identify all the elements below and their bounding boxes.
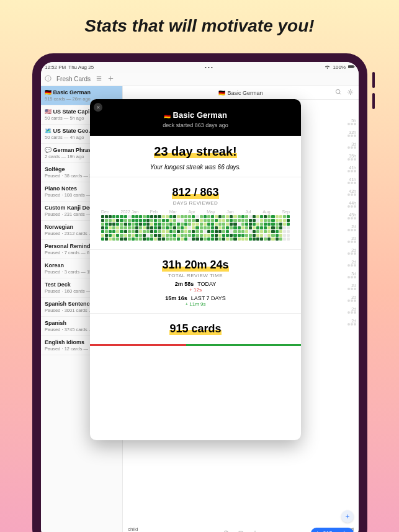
heatmap-cell	[276, 223, 279, 226]
heatmap-cell	[169, 226, 173, 229]
heatmap-cell	[207, 219, 210, 222]
heatmap-cell	[207, 237, 210, 241]
heatmap-cell	[105, 226, 108, 229]
heatmap-cell	[162, 215, 165, 218]
heatmap-cell	[241, 237, 244, 241]
heatmap-cell	[241, 230, 244, 233]
heatmap-cell	[276, 230, 279, 233]
close-icon[interactable]: ✕	[94, 103, 102, 112]
heatmap-cell	[230, 234, 233, 237]
month-label: Jul	[245, 210, 251, 214]
heatmap-cell	[279, 230, 282, 233]
heatmap-cell	[146, 215, 150, 218]
heatmap-cell	[109, 226, 112, 229]
heatmap-cell	[276, 219, 279, 222]
time-stat: 2d	[347, 224, 356, 231]
heatmap-cell	[238, 226, 241, 229]
heatmap-cell	[101, 237, 104, 241]
time-stat: 3d	[347, 272, 356, 278]
eye-icon[interactable]	[238, 530, 244, 532]
heatmap-cell	[279, 237, 282, 241]
heatmap-cell	[204, 219, 207, 222]
battery-pct: 100%	[333, 64, 346, 70]
heatmap-cell	[245, 230, 248, 233]
heatmap-cell	[211, 223, 214, 226]
heatmap-cell	[177, 237, 180, 241]
heatmap-cell	[276, 234, 279, 237]
stats-modal: ✕ 🇩🇪 Basic German deck started 863 days …	[90, 99, 301, 440]
heatmap-cell	[143, 226, 146, 229]
heatmap-cell	[124, 215, 127, 218]
heatmap-cell	[135, 219, 138, 222]
today-lbl: TODAY	[197, 281, 216, 287]
stats-icon[interactable]	[252, 530, 259, 532]
heatmap-cell	[238, 230, 241, 233]
study-button[interactable]: ▶ 915 cards	[311, 528, 354, 532]
heatmap-cell	[124, 230, 127, 233]
heatmap-cell	[276, 226, 279, 229]
heatmap-cell	[245, 234, 248, 237]
heatmap-cell	[218, 219, 222, 222]
heatmap-cell	[207, 223, 210, 226]
heatmap-cell	[173, 230, 176, 233]
heatmap-cell	[177, 215, 180, 218]
heatmap-cell	[166, 219, 169, 222]
heatmap-cell	[162, 219, 165, 222]
heatmap-cell	[184, 234, 187, 237]
heatmap-cell	[132, 223, 135, 226]
heatmap-cell	[192, 226, 195, 229]
heatmap-cell	[204, 215, 207, 218]
svg-rect-1	[354, 66, 355, 68]
heatmap-cell	[128, 223, 131, 226]
heatmap-cell	[166, 230, 169, 233]
heatmap-cell	[226, 234, 229, 237]
heatmap-cell	[188, 219, 191, 222]
heatmap-cell	[150, 230, 153, 233]
month-label: Sep	[282, 210, 289, 214]
heatmap-cell	[253, 230, 256, 233]
heatmap-cell	[116, 219, 119, 222]
heatmap-cell	[256, 230, 259, 233]
heatmap-cell	[218, 215, 222, 218]
heatmap-cell	[211, 215, 214, 218]
heatmap-cell	[143, 237, 146, 241]
heatmap-cell	[139, 215, 142, 218]
heatmap-cell	[128, 234, 131, 237]
add-card-fab[interactable]: +	[341, 510, 354, 523]
heatmap-cell	[200, 215, 203, 218]
heatmap-cell	[200, 230, 203, 233]
heatmap-cell	[249, 237, 252, 241]
heatmap-cell	[279, 226, 282, 229]
heatmap-cell	[200, 234, 203, 237]
time-stat: 45h	[347, 213, 356, 219]
heatmap-cell	[139, 234, 142, 237]
heatmap-cell	[271, 226, 274, 229]
heatmap-cell	[173, 237, 176, 241]
heatmap-cell	[267, 215, 271, 218]
heatmap-cell	[192, 223, 195, 226]
info-icon[interactable]: i	[45, 75, 52, 83]
heatmap-cell	[238, 219, 241, 222]
copy-icon[interactable]	[223, 530, 230, 532]
heatmap-cell	[226, 219, 229, 222]
search-icon[interactable]	[335, 89, 342, 97]
heatmap-cell	[158, 234, 161, 237]
heatmap-cell	[166, 215, 169, 218]
heatmap-cell	[241, 226, 244, 229]
heatmap-cell	[120, 223, 123, 226]
heatmap-cell	[154, 219, 157, 222]
time-stat: 3d	[347, 142, 356, 149]
heatmap-cell	[139, 219, 142, 222]
heatmap-cell	[218, 234, 222, 237]
month-label: 2022 Jan	[120, 210, 138, 214]
heatmap-cell	[188, 230, 191, 233]
heatmap-cell	[264, 223, 267, 226]
heatmap-cell	[233, 215, 236, 218]
heatmap-cell	[271, 230, 274, 233]
add-icon[interactable]	[107, 75, 114, 83]
heatmap-cell	[162, 226, 165, 229]
list-icon[interactable]	[96, 75, 102, 83]
heatmap-cell	[271, 223, 274, 226]
heatmap-cell	[188, 234, 191, 237]
gear-icon[interactable]	[347, 89, 354, 97]
